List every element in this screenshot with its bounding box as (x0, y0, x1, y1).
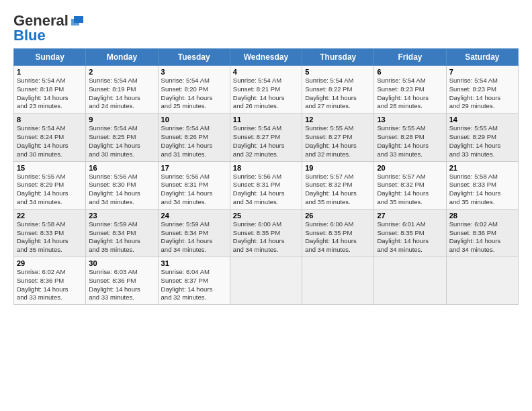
day-info: Sunrise: 5:54 AM Sunset: 8:25 PM Dayligh… (89, 124, 154, 158)
logo-blue: Blue (13, 27, 46, 44)
calendar-cell (230, 257, 302, 305)
day-info: Sunrise: 6:01 AM Sunset: 8:35 PM Dayligh… (377, 220, 443, 255)
day-number: 11 (233, 116, 299, 124)
day-info: Sunrise: 5:54 AM Sunset: 8:23 PM Dayligh… (377, 77, 443, 111)
calendar-week-2: 8Sunrise: 5:54 AM Sunset: 8:24 PM Daylig… (14, 113, 519, 161)
day-number: 16 (89, 164, 154, 172)
logo: General Blue (13, 12, 85, 44)
day-info: Sunrise: 5:54 AM Sunset: 8:18 PM Dayligh… (17, 77, 83, 111)
weekday-header-sunday: Sunday (14, 49, 86, 66)
day-info: Sunrise: 6:02 AM Sunset: 8:36 PM Dayligh… (17, 268, 83, 302)
calendar-cell: 20Sunrise: 5:57 AM Sunset: 8:32 PM Dayli… (374, 161, 446, 209)
day-number: 5 (305, 68, 371, 76)
calendar-cell: 25Sunrise: 6:00 AM Sunset: 8:35 PM Dayli… (230, 209, 302, 257)
day-number: 18 (233, 164, 299, 172)
day-number: 13 (377, 116, 443, 124)
calendar-cell: 26Sunrise: 6:00 AM Sunset: 8:35 PM Dayli… (302, 209, 374, 257)
calendar-cell (446, 257, 518, 305)
day-number: 9 (89, 116, 154, 124)
calendar-cell: 13Sunrise: 5:55 AM Sunset: 8:28 PM Dayli… (374, 113, 446, 161)
calendar-cell: 9Sunrise: 5:54 AM Sunset: 8:25 PM Daylig… (86, 113, 158, 161)
calendar-cell: 19Sunrise: 5:57 AM Sunset: 8:32 PM Dayli… (302, 161, 374, 209)
calendar-cell: 29Sunrise: 6:02 AM Sunset: 8:36 PM Dayli… (14, 257, 86, 305)
day-number: 6 (377, 68, 443, 76)
calendar-cell: 7Sunrise: 5:54 AM Sunset: 8:23 PM Daylig… (446, 66, 518, 113)
calendar-cell (302, 257, 374, 305)
day-number: 19 (305, 164, 371, 172)
calendar-cell: 6Sunrise: 5:54 AM Sunset: 8:23 PM Daylig… (374, 66, 446, 113)
calendar-week-1: 1Sunrise: 5:54 AM Sunset: 8:18 PM Daylig… (14, 66, 519, 113)
day-number: 3 (161, 68, 227, 76)
calendar-cell: 1Sunrise: 5:54 AM Sunset: 8:18 PM Daylig… (14, 66, 86, 113)
calendar-cell: 14Sunrise: 5:55 AM Sunset: 8:29 PM Dayli… (446, 113, 518, 161)
day-number: 10 (161, 116, 227, 124)
day-info: Sunrise: 5:59 AM Sunset: 8:34 PM Dayligh… (161, 220, 227, 255)
weekday-header-monday: Monday (86, 49, 158, 66)
calendar-cell: 22Sunrise: 5:58 AM Sunset: 8:33 PM Dayli… (14, 209, 86, 257)
day-info: Sunrise: 5:56 AM Sunset: 8:30 PM Dayligh… (89, 173, 154, 207)
day-info: Sunrise: 5:55 AM Sunset: 8:29 PM Dayligh… (449, 124, 515, 158)
day-info: Sunrise: 5:56 AM Sunset: 8:31 PM Dayligh… (233, 173, 299, 207)
calendar-cell: 18Sunrise: 5:56 AM Sunset: 8:31 PM Dayli… (230, 161, 302, 209)
day-number: 27 (377, 212, 443, 220)
day-info: Sunrise: 5:54 AM Sunset: 8:26 PM Dayligh… (161, 124, 227, 158)
day-info: Sunrise: 5:58 AM Sunset: 8:33 PM Dayligh… (17, 220, 83, 255)
calendar-cell (374, 257, 446, 305)
day-number: 12 (305, 116, 371, 124)
day-number: 23 (89, 212, 154, 220)
weekday-header-thursday: Thursday (302, 49, 374, 66)
day-info: Sunrise: 5:55 AM Sunset: 8:27 PM Dayligh… (305, 124, 371, 158)
header: General Blue (13, 12, 519, 44)
day-info: Sunrise: 5:56 AM Sunset: 8:31 PM Dayligh… (161, 173, 227, 207)
day-info: Sunrise: 5:58 AM Sunset: 8:33 PM Dayligh… (449, 173, 515, 207)
day-number: 17 (161, 164, 227, 172)
calendar-cell: 27Sunrise: 6:01 AM Sunset: 8:35 PM Dayli… (374, 209, 446, 257)
day-info: Sunrise: 5:57 AM Sunset: 8:32 PM Dayligh… (305, 173, 371, 207)
day-info: Sunrise: 5:54 AM Sunset: 8:20 PM Dayligh… (161, 77, 227, 111)
calendar-cell: 12Sunrise: 5:55 AM Sunset: 8:27 PM Dayli… (302, 113, 374, 161)
calendar-week-4: 22Sunrise: 5:58 AM Sunset: 8:33 PM Dayli… (14, 209, 519, 257)
calendar-cell: 21Sunrise: 5:58 AM Sunset: 8:33 PM Dayli… (446, 161, 518, 209)
day-number: 25 (233, 212, 299, 220)
svg-marker-1 (71, 19, 79, 26)
logo-icon (70, 15, 85, 27)
weekday-header-tuesday: Tuesday (158, 49, 230, 66)
day-number: 21 (449, 164, 515, 172)
calendar-cell: 11Sunrise: 5:54 AM Sunset: 8:27 PM Dayli… (230, 113, 302, 161)
calendar-cell: 3Sunrise: 5:54 AM Sunset: 8:20 PM Daylig… (158, 66, 230, 113)
day-number: 28 (449, 212, 515, 220)
calendar-cell: 24Sunrise: 5:59 AM Sunset: 8:34 PM Dayli… (158, 209, 230, 257)
day-number: 26 (305, 212, 371, 220)
day-number: 1 (17, 68, 83, 76)
day-number: 29 (17, 259, 83, 267)
calendar-cell: 5Sunrise: 5:54 AM Sunset: 8:22 PM Daylig… (302, 66, 374, 113)
weekday-header-wednesday: Wednesday (230, 49, 302, 66)
day-info: Sunrise: 5:54 AM Sunset: 8:24 PM Dayligh… (17, 124, 83, 158)
calendar-cell: 16Sunrise: 5:56 AM Sunset: 8:30 PM Dayli… (86, 161, 158, 209)
day-number: 30 (89, 259, 154, 267)
day-info: Sunrise: 6:02 AM Sunset: 8:36 PM Dayligh… (449, 220, 515, 255)
day-info: Sunrise: 5:54 AM Sunset: 8:21 PM Dayligh… (233, 77, 299, 111)
calendar-cell: 23Sunrise: 5:59 AM Sunset: 8:34 PM Dayli… (86, 209, 158, 257)
day-info: Sunrise: 5:55 AM Sunset: 8:28 PM Dayligh… (377, 124, 443, 158)
calendar-header: SundayMondayTuesdayWednesdayThursdayFrid… (14, 49, 519, 66)
day-number: 31 (161, 259, 227, 267)
day-number: 7 (449, 68, 515, 76)
day-info: Sunrise: 6:04 AM Sunset: 8:37 PM Dayligh… (161, 268, 227, 302)
day-info: Sunrise: 6:00 AM Sunset: 8:35 PM Dayligh… (305, 220, 371, 255)
weekday-header-saturday: Saturday (446, 49, 518, 66)
calendar-cell: 8Sunrise: 5:54 AM Sunset: 8:24 PM Daylig… (14, 113, 86, 161)
day-info: Sunrise: 5:54 AM Sunset: 8:23 PM Dayligh… (449, 77, 515, 111)
calendar-week-3: 15Sunrise: 5:55 AM Sunset: 8:29 PM Dayli… (14, 161, 519, 209)
day-number: 4 (233, 68, 299, 76)
calendar-cell: 28Sunrise: 6:02 AM Sunset: 8:36 PM Dayli… (446, 209, 518, 257)
day-number: 20 (377, 164, 443, 172)
calendar-cell: 31Sunrise: 6:04 AM Sunset: 8:37 PM Dayli… (158, 257, 230, 305)
day-number: 15 (17, 164, 83, 172)
day-info: Sunrise: 5:59 AM Sunset: 8:34 PM Dayligh… (89, 220, 154, 255)
weekday-header-row: SundayMondayTuesdayWednesdayThursdayFrid… (14, 49, 519, 66)
day-info: Sunrise: 5:54 AM Sunset: 8:27 PM Dayligh… (233, 124, 299, 158)
day-number: 14 (449, 116, 515, 124)
calendar-week-5: 29Sunrise: 6:02 AM Sunset: 8:36 PM Dayli… (14, 257, 519, 305)
calendar-cell: 30Sunrise: 6:03 AM Sunset: 8:36 PM Dayli… (86, 257, 158, 305)
